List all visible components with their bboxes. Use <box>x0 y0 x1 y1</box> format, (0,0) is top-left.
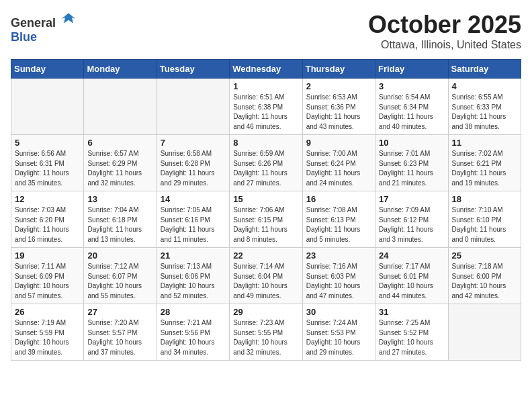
calendar-cell: 12Sunrise: 7:03 AM Sunset: 6:20 PM Dayli… <box>11 191 84 248</box>
logo-bird-icon <box>60 11 77 27</box>
day-info: Sunrise: 7:01 AM Sunset: 6:23 PM Dayligh… <box>379 149 444 188</box>
weekday-header-wednesday: Wednesday <box>230 60 302 79</box>
day-info: Sunrise: 7:04 AM Sunset: 6:18 PM Dayligh… <box>87 205 152 244</box>
day-info: Sunrise: 7:09 AM Sunset: 6:12 PM Dayligh… <box>379 205 444 244</box>
calendar-cell: 23Sunrise: 7:16 AM Sunset: 6:03 PM Dayli… <box>302 248 375 304</box>
day-info: Sunrise: 7:06 AM Sunset: 6:15 PM Dayligh… <box>233 205 298 244</box>
calendar-cell: 17Sunrise: 7:09 AM Sunset: 6:12 PM Dayli… <box>375 191 448 248</box>
day-number: 6 <box>87 138 152 148</box>
day-number: 2 <box>306 81 371 91</box>
day-info: Sunrise: 7:10 AM Sunset: 6:10 PM Dayligh… <box>452 205 517 244</box>
calendar-cell: 2Sunrise: 6:53 AM Sunset: 6:36 PM Daylig… <box>302 79 375 135</box>
month-title: October 2025 <box>368 11 521 39</box>
day-number: 31 <box>379 307 444 317</box>
day-info: Sunrise: 7:19 AM Sunset: 5:59 PM Dayligh… <box>15 318 80 357</box>
day-number: 11 <box>452 138 517 148</box>
day-info: Sunrise: 7:05 AM Sunset: 6:16 PM Dayligh… <box>161 205 226 244</box>
calendar-cell: 1Sunrise: 6:51 AM Sunset: 6:38 PM Daylig… <box>230 79 302 135</box>
calendar-cell: 3Sunrise: 6:54 AM Sunset: 6:34 PM Daylig… <box>375 79 448 135</box>
day-info: Sunrise: 7:11 AM Sunset: 6:09 PM Dayligh… <box>15 262 80 301</box>
day-info: Sunrise: 6:55 AM Sunset: 6:33 PM Dayligh… <box>452 93 517 132</box>
day-info: Sunrise: 7:08 AM Sunset: 6:13 PM Dayligh… <box>306 205 371 244</box>
day-number: 5 <box>15 138 80 148</box>
day-number: 10 <box>379 138 444 148</box>
calendar-cell: 16Sunrise: 7:08 AM Sunset: 6:13 PM Dayli… <box>302 191 375 248</box>
day-number: 30 <box>306 307 371 317</box>
day-info: Sunrise: 7:23 AM Sunset: 5:55 PM Dayligh… <box>233 318 298 357</box>
day-number: 28 <box>161 307 226 317</box>
day-info: Sunrise: 7:20 AM Sunset: 5:57 PM Dayligh… <box>87 318 152 357</box>
day-number: 4 <box>452 81 517 91</box>
calendar-cell: 6Sunrise: 6:57 AM Sunset: 6:29 PM Daylig… <box>84 135 157 191</box>
calendar-cell: 30Sunrise: 7:24 AM Sunset: 5:53 PM Dayli… <box>302 304 375 361</box>
calendar-table: SundayMondayTuesdayWednesdayThursdayFrid… <box>11 59 521 361</box>
calendar-cell: 10Sunrise: 7:01 AM Sunset: 6:23 PM Dayli… <box>375 135 448 191</box>
calendar-cell: 15Sunrise: 7:06 AM Sunset: 6:15 PM Dayli… <box>230 191 302 248</box>
calendar-cell: 31Sunrise: 7:25 AM Sunset: 5:52 PM Dayli… <box>375 304 448 361</box>
day-info: Sunrise: 7:13 AM Sunset: 6:06 PM Dayligh… <box>161 262 226 301</box>
day-number: 23 <box>306 250 371 261</box>
day-info: Sunrise: 6:57 AM Sunset: 6:29 PM Dayligh… <box>87 149 152 188</box>
calendar-cell: 7Sunrise: 6:58 AM Sunset: 6:28 PM Daylig… <box>157 135 229 191</box>
calendar-cell <box>157 79 229 135</box>
day-number: 20 <box>87 250 152 261</box>
weekday-header-friday: Friday <box>375 60 448 79</box>
day-number: 17 <box>379 194 444 204</box>
calendar-cell <box>84 79 157 135</box>
day-info: Sunrise: 7:24 AM Sunset: 5:53 PM Dayligh… <box>306 318 371 357</box>
weekday-header-row: SundayMondayTuesdayWednesdayThursdayFrid… <box>11 60 521 79</box>
calendar-cell: 14Sunrise: 7:05 AM Sunset: 6:16 PM Dayli… <box>157 191 229 248</box>
logo-text: General Blue <box>11 11 77 44</box>
day-info: Sunrise: 6:56 AM Sunset: 6:31 PM Dayligh… <box>15 149 80 188</box>
calendar-week-row: 5Sunrise: 6:56 AM Sunset: 6:31 PM Daylig… <box>11 135 521 191</box>
day-info: Sunrise: 6:59 AM Sunset: 6:26 PM Dayligh… <box>233 149 298 188</box>
calendar-cell: 22Sunrise: 7:14 AM Sunset: 6:04 PM Dayli… <box>230 248 302 304</box>
logo-blue: Blue <box>11 30 37 44</box>
day-number: 12 <box>15 194 80 204</box>
calendar-cell: 21Sunrise: 7:13 AM Sunset: 6:06 PM Dayli… <box>157 248 229 304</box>
day-info: Sunrise: 7:02 AM Sunset: 6:21 PM Dayligh… <box>452 149 517 188</box>
calendar-cell: 20Sunrise: 7:12 AM Sunset: 6:07 PM Dayli… <box>84 248 157 304</box>
calendar-cell: 8Sunrise: 6:59 AM Sunset: 6:26 PM Daylig… <box>230 135 302 191</box>
day-number: 15 <box>233 194 298 204</box>
day-number: 22 <box>233 250 298 261</box>
calendar-cell: 13Sunrise: 7:04 AM Sunset: 6:18 PM Dayli… <box>84 191 157 248</box>
day-number: 8 <box>233 138 298 148</box>
calendar-cell: 4Sunrise: 6:55 AM Sunset: 6:33 PM Daylig… <box>448 79 521 135</box>
calendar-cell: 5Sunrise: 6:56 AM Sunset: 6:31 PM Daylig… <box>11 135 84 191</box>
calendar-cell: 25Sunrise: 7:18 AM Sunset: 6:00 PM Dayli… <box>448 248 521 304</box>
calendar-week-row: 19Sunrise: 7:11 AM Sunset: 6:09 PM Dayli… <box>11 248 521 304</box>
page-header: General Blue October 2025 Ottawa, Illino… <box>11 11 521 51</box>
calendar-week-row: 26Sunrise: 7:19 AM Sunset: 5:59 PM Dayli… <box>11 304 521 361</box>
day-number: 19 <box>15 250 80 261</box>
calendar-cell: 9Sunrise: 7:00 AM Sunset: 6:24 PM Daylig… <box>302 135 375 191</box>
day-info: Sunrise: 6:54 AM Sunset: 6:34 PM Dayligh… <box>379 93 444 132</box>
day-number: 3 <box>379 81 444 91</box>
day-number: 7 <box>161 138 226 148</box>
weekday-header-thursday: Thursday <box>302 60 375 79</box>
day-info: Sunrise: 7:14 AM Sunset: 6:04 PM Dayligh… <box>233 262 298 301</box>
day-number: 1 <box>233 81 298 91</box>
day-number: 24 <box>379 250 444 261</box>
day-info: Sunrise: 7:12 AM Sunset: 6:07 PM Dayligh… <box>87 262 152 301</box>
calendar-cell: 18Sunrise: 7:10 AM Sunset: 6:10 PM Dayli… <box>448 191 521 248</box>
weekday-header-monday: Monday <box>84 60 157 79</box>
day-number: 13 <box>87 194 152 204</box>
day-number: 26 <box>15 307 80 317</box>
day-info: Sunrise: 6:51 AM Sunset: 6:38 PM Dayligh… <box>233 93 298 132</box>
calendar-cell <box>11 79 84 135</box>
calendar-week-row: 12Sunrise: 7:03 AM Sunset: 6:20 PM Dayli… <box>11 191 521 248</box>
calendar-cell: 26Sunrise: 7:19 AM Sunset: 5:59 PM Dayli… <box>11 304 84 361</box>
day-info: Sunrise: 7:25 AM Sunset: 5:52 PM Dayligh… <box>379 318 444 357</box>
day-info: Sunrise: 7:00 AM Sunset: 6:24 PM Dayligh… <box>306 149 371 188</box>
day-info: Sunrise: 7:16 AM Sunset: 6:03 PM Dayligh… <box>306 262 371 301</box>
weekday-header-saturday: Saturday <box>448 60 521 79</box>
day-number: 16 <box>306 194 371 204</box>
calendar-cell: 11Sunrise: 7:02 AM Sunset: 6:21 PM Dayli… <box>448 135 521 191</box>
day-number: 14 <box>161 194 226 204</box>
weekday-header-tuesday: Tuesday <box>157 60 229 79</box>
day-info: Sunrise: 7:21 AM Sunset: 5:56 PM Dayligh… <box>161 318 226 357</box>
calendar-cell <box>448 304 521 361</box>
svg-marker-0 <box>61 13 75 23</box>
title-area: October 2025 Ottawa, Illinois, United St… <box>368 11 521 51</box>
